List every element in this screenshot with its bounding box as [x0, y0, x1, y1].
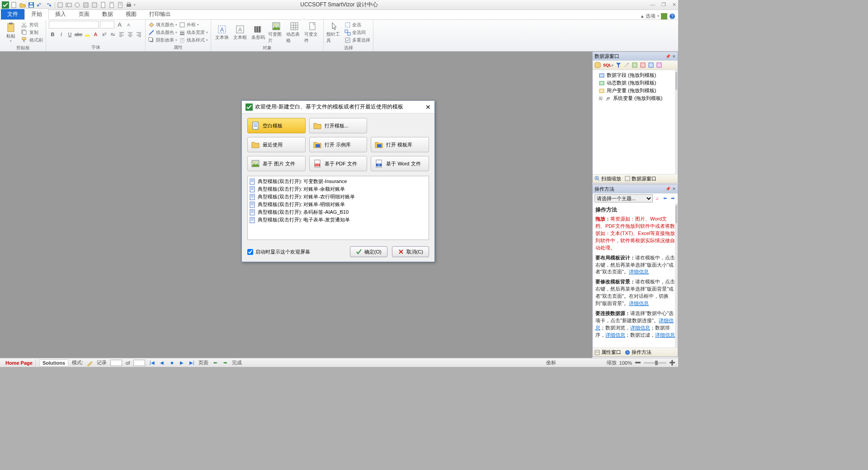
qat-icon-6[interactable]	[99, 1, 107, 9]
qat-dropdown-icon[interactable]: ▾	[134, 3, 136, 7]
qat-icon-1[interactable]	[57, 1, 64, 9]
undo-icon[interactable]	[36, 1, 43, 9]
scan-zoom-button[interactable]: 扫描缩放	[594, 175, 621, 182]
tree-item-dynamic[interactable]: 动态数据 (拖放到模板)	[594, 79, 676, 87]
border-button[interactable]: 外框▾	[179, 21, 208, 28]
cancel-button[interactable]: 取消(C)	[392, 246, 429, 257]
font-family-input[interactable]	[49, 21, 99, 28]
ds-tool-icon-5[interactable]	[656, 62, 662, 68]
nav-next-icon[interactable]: ▶	[179, 360, 185, 366]
status-home-tab[interactable]: Home Page	[3, 360, 36, 366]
pin-icon[interactable]: 📌	[665, 187, 670, 191]
open-icon[interactable]	[19, 1, 26, 9]
option-recent[interactable]: 最近使用	[247, 137, 306, 152]
prop-window-button[interactable]: 属性窗口	[594, 349, 621, 356]
help-topic-select[interactable]: 请选择一个主题...	[594, 194, 653, 202]
select-all-button[interactable]: 全选	[344, 21, 370, 28]
dyntable-button[interactable]: 动态表格	[286, 21, 302, 44]
bold-button[interactable]: B	[49, 30, 57, 38]
strike-button[interactable]: abc	[75, 30, 82, 38]
tree-item-fields[interactable]: 数据字段 (拖放到模板)	[594, 71, 676, 79]
sql-icon[interactable]: SQL▾	[603, 63, 613, 67]
fill-color-button[interactable]: 填充颜色▾	[148, 21, 177, 28]
qat-icon-5[interactable]	[91, 1, 98, 9]
tab-start[interactable]: 开始	[24, 9, 49, 20]
option-open[interactable]: 打开模板...	[309, 118, 368, 133]
panel-datasource-header[interactable]: 数据源窗口 📌✕	[593, 52, 678, 61]
close-button[interactable]: ✕	[672, 2, 676, 8]
font-size-input[interactable]	[100, 21, 114, 28]
option-tpllib[interactable]: 打开 模板库	[371, 137, 429, 152]
zoom-in-icon[interactable]: ➕	[669, 360, 675, 366]
show-on-startup-checkbox[interactable]: 启动时显示这个欢迎屏幕	[247, 249, 310, 255]
linestyle-button[interactable]: 线条样式▾	[179, 36, 208, 44]
ok-button[interactable]: 确定(O)	[350, 246, 387, 257]
option-pdf[interactable]: PDF基于 PDF 文件	[309, 156, 368, 171]
db-icon[interactable]	[594, 61, 601, 69]
dialog-title-bar[interactable]: 欢迎使用-新建空白、基于文件的模板或者打开最近使用的模板 ✕	[242, 101, 434, 113]
sub-button[interactable]: x₂	[109, 30, 117, 38]
lineweight-button[interactable]: 线条宽度▾	[179, 28, 208, 36]
shrink-font-icon[interactable]: A	[125, 21, 132, 28]
help-icon[interactable]: ?	[669, 13, 675, 19]
varimage-button[interactable]: 可变图片	[268, 21, 284, 44]
highlight-button[interactable]	[83, 30, 91, 38]
select-allobj-button[interactable]: 全选同	[344, 28, 370, 36]
line-color-button[interactable]: 线条颜色▾	[148, 28, 177, 36]
copy-button[interactable]: 复制	[21, 28, 43, 36]
format-painter-button[interactable]: 格式刷	[21, 36, 43, 44]
panel-help-header[interactable]: 操作方法 📌✕	[593, 185, 678, 193]
barcode-button[interactable]: 条形码	[250, 21, 266, 44]
list-item[interactable]: 典型模板(双击打开): 对账单-农行明细对账单	[249, 193, 427, 201]
textblock-button[interactable]: A文本块	[214, 21, 230, 44]
tree-item-uservar[interactable]: 用户变量 (拖放到模板)	[594, 87, 676, 94]
dialog-close-icon[interactable]: ✕	[425, 103, 431, 111]
style-icon[interactable]	[661, 13, 667, 19]
mode-edit-icon[interactable]	[87, 360, 93, 366]
tab-insert[interactable]: 插入	[49, 9, 72, 19]
ds-tool-icon-3[interactable]	[640, 62, 646, 68]
help-link[interactable]: 详细信息	[605, 332, 625, 338]
qat-icon-4[interactable]	[82, 1, 90, 9]
list-item[interactable]: 典型模板(双击打开): 条码标签-AIAG_B10	[249, 208, 427, 216]
align-left-icon[interactable]	[118, 30, 125, 38]
zoom-out-icon[interactable]: ➖	[635, 360, 641, 366]
help-fwd-icon[interactable]: ➡	[670, 195, 676, 202]
filter-icon[interactable]	[615, 62, 622, 68]
varfile-button[interactable]: 可变文件	[304, 21, 321, 44]
multi-select-button[interactable]: 多重选择	[344, 36, 370, 44]
grow-font-icon[interactable]: A	[116, 21, 123, 28]
tab-view[interactable]: 视图	[119, 9, 143, 19]
list-item[interactable]: 典型模板(双击打开): 对账单-余额对账单	[249, 185, 427, 193]
cut-button[interactable]: 剪切	[21, 21, 43, 28]
pointer-button[interactable]: 指针工具	[326, 21, 343, 44]
list-item[interactable]: 典型模板(双击打开): 电子表单-发货通知单	[249, 216, 427, 224]
ds-tool-icon-2[interactable]	[632, 62, 638, 68]
options-label[interactable]: 选项	[646, 13, 656, 19]
tab-page[interactable]: 页面	[72, 9, 96, 19]
shadow-button[interactable]: 阴影效果▾	[148, 36, 177, 44]
ds-tool-icon-1[interactable]	[623, 62, 630, 68]
page-prev-icon[interactable]: ⬅	[212, 360, 218, 366]
tab-data[interactable]: 数据	[96, 9, 119, 19]
font-color-button[interactable]: A	[92, 30, 99, 38]
qat-icon-2[interactable]	[65, 1, 72, 9]
file-tab[interactable]: 文件	[1, 9, 24, 19]
status-solutions-tab[interactable]: Solutions	[39, 359, 68, 367]
option-samples[interactable]: 打开 示例库	[309, 137, 368, 152]
textbox-button[interactable]: A文本框	[232, 21, 248, 44]
super-button[interactable]: x²	[100, 30, 108, 38]
help-link[interactable]: 详细信息	[629, 301, 649, 306]
option-blank[interactable]: 空白模板	[247, 118, 306, 133]
nav-prev-icon[interactable]: ◀	[159, 360, 165, 366]
list-item[interactable]: 典型模板(双击打开): 可变数据-Insurance	[249, 178, 427, 185]
align-center-icon[interactable]	[126, 30, 134, 38]
help-link[interactable]: 详细信息	[630, 325, 650, 330]
nav-first-icon[interactable]: |◀	[149, 360, 155, 366]
datasource-window-button[interactable]: 数据源窗口	[625, 175, 656, 182]
help-link[interactable]: 详细信息	[629, 269, 649, 274]
help-method-button[interactable]: ?操作方法	[625, 349, 651, 356]
ribbon-minimize-icon[interactable]: ▴	[641, 13, 644, 19]
paste-button[interactable]: 粘贴▾	[3, 21, 19, 44]
qat-icon-3[interactable]	[74, 1, 81, 9]
